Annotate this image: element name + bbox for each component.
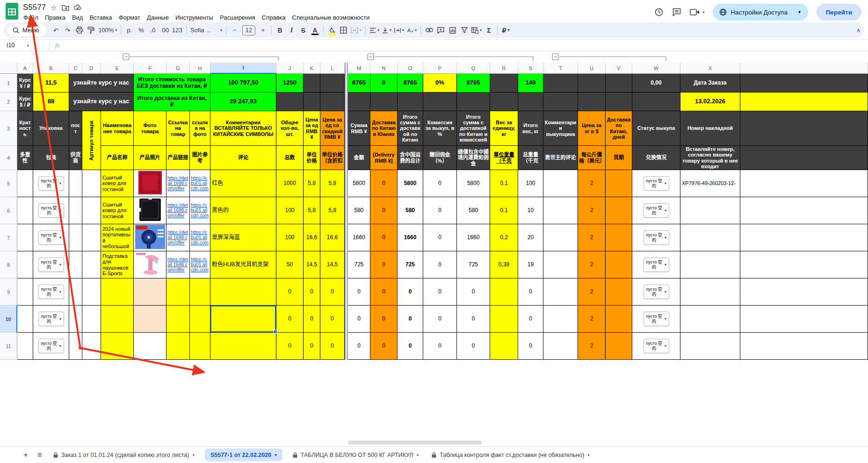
menu-item-data[interactable]: Данные [144, 13, 172, 22]
cell-X1[interactable]: Дата Заказа [680, 74, 740, 93]
cell-K8[interactable]: 14,5 [304, 251, 320, 278]
cell-R7[interactable]: 0,2 [490, 224, 518, 251]
cell-link[interactable]: https://cbu01.alicdn.com [191, 176, 209, 192]
cell-R5[interactable]: 0,1 [490, 170, 518, 197]
cell-T4[interactable]: 救世主的评论 [543, 146, 578, 170]
cell-B7[interactable]: пусто 空的▼ [33, 224, 69, 251]
cell-X8[interactable] [680, 251, 740, 278]
cell-N1[interactable]: 0 [370, 74, 398, 93]
cell-J5[interactable]: 1000 [276, 170, 304, 197]
cell-S2[interactable] [518, 93, 543, 111]
cell-N3[interactable]: Доставка по Китаю в Юанях [370, 111, 398, 146]
cell-S8[interactable]: 19 [518, 251, 543, 278]
cell-V2[interactable] [606, 93, 632, 111]
insert-comment-button[interactable] [435, 24, 447, 36]
insert-chart-button[interactable] [447, 24, 458, 36]
cell-V4[interactable]: 货期 [606, 146, 632, 170]
frozen-pane-divider[interactable] [345, 111, 348, 146]
cell-C5[interactable] [69, 170, 82, 197]
cell-K11[interactable]: 0 [304, 333, 320, 360]
cell-C10[interactable] [69, 306, 82, 333]
dropdown-chip[interactable]: пусто 空的▼ [38, 176, 64, 191]
meet-video-icon[interactable]: ▾ [690, 8, 704, 16]
cell-L8[interactable]: 14,5 [320, 251, 345, 278]
cell-link[interactable]: https://cbu01.alicdn.com [191, 257, 209, 273]
cell-I2[interactable]: 29 247,93 [210, 93, 276, 111]
row-header-2[interactable]: 2 [0, 93, 17, 111]
dropdown-chip[interactable]: пусто 空的▼ [38, 203, 64, 218]
cell-Y2[interactable] [740, 93, 868, 111]
cell-Y5[interactable] [740, 170, 868, 197]
cell-I6[interactable]: 黑色的 [210, 197, 276, 224]
cell-link[interactable]: https://detail.1688.com/offer [167, 230, 188, 246]
column-header-U[interactable]: U [578, 63, 606, 74]
cell-N5[interactable]: 0 [370, 170, 398, 197]
cell-K2[interactable] [304, 93, 320, 111]
dropdown-chip[interactable]: пусто 空的▼ [38, 285, 64, 299]
cell-E6[interactable]: Сшитый ковер для гостиной [101, 197, 134, 224]
fill-color-button[interactable] [326, 24, 338, 36]
cell-I7[interactable]: 显屏深海蓝 [210, 224, 276, 251]
cell-N10[interactable]: 0 [370, 306, 398, 333]
frozen-pane-divider[interactable] [345, 197, 348, 224]
row-header-6[interactable]: 6 [0, 197, 17, 224]
cell-X10[interactable] [680, 306, 740, 333]
frozen-pane-divider[interactable] [345, 278, 348, 306]
menu-item-extensions[interactable]: Расширения [217, 13, 259, 22]
dropdown-chip[interactable]: пусто 空的▼ [644, 203, 669, 218]
cell-Q11[interactable]: 0 [457, 333, 490, 360]
cell-C4[interactable]: 供货商 [69, 146, 82, 170]
cell-G11[interactable] [166, 333, 190, 360]
cell-C6[interactable] [69, 197, 82, 224]
cell-W11[interactable]: пусто 空的▼ [632, 333, 680, 360]
cell-H3[interactable]: ссылка на фото [190, 111, 210, 146]
dropdown-chip[interactable]: пусто 空的▼ [644, 339, 669, 353]
cell-G9[interactable] [166, 278, 190, 306]
cell-Q2[interactable] [457, 93, 490, 111]
cell-M8[interactable]: 725 [348, 251, 370, 278]
horizontal-align-button[interactable]: ▾ [368, 24, 381, 36]
column-header-M[interactable]: M [348, 63, 370, 74]
cell-E10[interactable] [101, 306, 134, 333]
cell-S5[interactable]: 100 [518, 170, 543, 197]
cell-S9[interactable]: 0 [518, 278, 543, 306]
cell-X11[interactable] [680, 333, 740, 360]
cell-P8[interactable]: 0 [423, 251, 457, 278]
cell-X6[interactable] [680, 197, 740, 224]
cell-G8[interactable]: https://detail.1688.com/offer [166, 251, 190, 278]
go-button[interactable]: Перейти [817, 4, 861, 21]
version-history-icon[interactable] [654, 7, 664, 17]
menu-item-view[interactable]: Вид [69, 13, 87, 22]
cell-H6[interactable]: https://cbu01.alicdn.com [190, 197, 210, 224]
cell-J4[interactable]: 总数 [276, 146, 304, 170]
cell-O3[interactable]: Итого сумма с доставкой по Китаю [398, 111, 423, 146]
cell-O10[interactable]: 0 [398, 306, 423, 333]
cell-Y11[interactable] [740, 333, 868, 360]
cell-F6[interactable] [134, 197, 166, 224]
row-header-8[interactable]: 8 [0, 251, 17, 278]
column-header-B[interactable]: B [33, 63, 69, 74]
cell-U4[interactable]: 每公斤價格（美元） [578, 146, 606, 170]
cell-U7[interactable]: 2 [578, 224, 606, 251]
bold-button[interactable]: B [274, 24, 286, 36]
cell-M11[interactable]: 0 [348, 333, 370, 360]
cell-Q1[interactable]: 8765 [457, 74, 490, 93]
cell-I3[interactable]: Комментарии ВСТАВЛЯЙТЕ ТОЛЬКО КИТАЙСКИЕ … [210, 111, 276, 146]
column-header-O[interactable]: O [398, 63, 423, 74]
cell-W7[interactable]: пусто 空的▼ [632, 224, 680, 251]
dropdown-chip[interactable]: пусто 空的▼ [644, 312, 669, 326]
cell-Q5[interactable]: 5800 [457, 170, 490, 197]
cell-W2[interactable] [632, 93, 680, 111]
menu-item-accessibility[interactable]: Специальные возможности [289, 13, 373, 22]
column-header-Y[interactable] [740, 63, 868, 74]
dropdown-chip[interactable]: пусто 空的▼ [644, 176, 669, 191]
menu-item-file[interactable]: Файл [20, 13, 42, 22]
cell-O9[interactable]: 0 [398, 278, 423, 306]
cell-S1[interactable]: 149 [518, 74, 543, 93]
cell-F4[interactable]: 产品照片 [134, 146, 166, 170]
cell-X5[interactable]: XP7976-49-260203-12- [680, 170, 740, 197]
cell-P4[interactable]: 贈回佣金（%） [423, 146, 457, 170]
cell-M6[interactable]: 580 [348, 197, 370, 224]
cell-T7[interactable] [543, 224, 578, 251]
cell-B5[interactable]: пусто 空的▼ [33, 170, 69, 197]
